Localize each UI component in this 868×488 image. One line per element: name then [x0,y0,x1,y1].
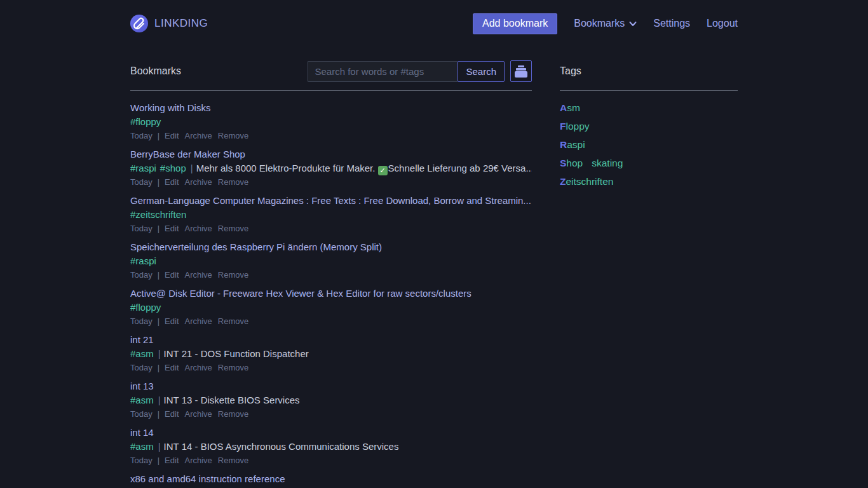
nav-settings[interactable]: Settings [653,18,690,29]
tag-rest: sm [567,102,580,113]
stamp-filter-icon [518,65,524,67]
remove-action[interactable]: Remove [218,363,248,372]
nav-logout[interactable]: Logout [707,18,738,29]
add-bookmark-button[interactable]: Add bookmark [473,13,557,34]
bookmark-item: int 14#asm|INT 14 - BIOS Asynchronous Co… [130,426,532,467]
bookmark-title-link[interactable]: Speicherverteilung des Raspberry Pi ände… [130,240,532,254]
search-form: Search [308,60,532,82]
tags-section-head: Tags [560,60,738,83]
bookmark-tag-link[interactable]: #floppy [130,302,161,313]
bookmark-tagline: #zeitschriften [130,208,532,222]
tag-group-row: Floppy [560,119,738,133]
bookmark-tagline: #asm|INT 13 - Diskette BIOS Services [130,393,532,407]
bookmark-title-link[interactable]: int 21 [130,333,532,347]
actions-separator: | [158,409,159,419]
tag-group-row: Asm [560,101,738,115]
nav-bookmarks-dropdown[interactable]: Bookmarks [574,18,637,29]
bookmarks-heading: Bookmarks [130,65,181,77]
archive-action[interactable]: Archive [185,270,212,280]
tag-link[interactable]: Shop [560,158,583,168]
bookmark-tag-link[interactable]: #asm [130,441,154,452]
bookmark-tag-link[interactable]: #raspi [130,255,156,266]
tag-group-row: Raspi [560,138,738,152]
bookmark-date: Today [130,363,153,372]
tag-link[interactable]: Floppy [560,121,590,132]
archive-action[interactable]: Archive [185,363,212,372]
archive-action[interactable]: Archive [185,409,212,419]
bookmark-tag-link[interactable]: #asm [130,395,154,405]
archive-action[interactable]: Archive [185,177,212,187]
remove-action[interactable]: Remove [218,270,248,280]
check-mark-emoji-icon: ✓ [378,166,388,175]
actions-separator: | [158,224,159,233]
bookmark-tag-link[interactable]: #asm [130,348,154,359]
bookmark-description: INT 13 - Diskette BIOS Services [164,395,300,405]
bookmark-title-link[interactable]: int 14 [130,426,532,440]
bookmark-title-link[interactable]: int 13 [130,379,532,393]
tag-link[interactable]: Zeitschriften [560,176,613,187]
tag-rest: hop [566,158,583,168]
edit-action[interactable]: Edit [165,316,179,326]
bookmark-date: Today [130,409,153,419]
edit-action[interactable]: Edit [165,224,179,233]
bookmark-list: Working with Disks#floppyToday|EditArchi… [130,101,532,488]
brand-link[interactable]: LINKDING [130,15,208,32]
tag-rest: loppy [566,121,589,132]
archive-action[interactable]: Archive [185,316,212,326]
bookmark-title-link[interactable]: Active@ Disk Editor - Freeware Hex Viewe… [130,287,532,301]
remove-action[interactable]: Remove [218,131,248,140]
tag-description-separator: | [191,163,193,173]
remove-action[interactable]: Remove [218,224,248,233]
bookmark-actions: Today|EditArchiveRemove [130,454,532,467]
brand-name: LINKDING [154,17,208,30]
tag-link[interactable]: Asm [560,102,580,113]
archive-action[interactable]: Archive [185,131,212,140]
bookmark-tagline: #asm|INT 14 - BIOS Asynchronous Communic… [130,440,532,454]
actions-separator: | [158,456,159,465]
search-options-button[interactable] [510,60,532,82]
archive-action[interactable]: Archive [185,224,212,233]
bookmark-tag-link[interactable]: #raspi [130,163,156,173]
bookmark-tag-link[interactable]: #shop [160,163,186,173]
bookmark-actions: Today|EditArchiveRemove [130,268,532,281]
bookmarks-section: Bookmarks Search Working with Disks#flop… [130,60,532,488]
edit-action[interactable]: Edit [165,270,179,280]
tags-section: Tags AsmFloppyRaspiShopskatingZeitschrif… [560,60,738,488]
search-button[interactable]: Search [458,61,505,82]
bookmark-description: Schnelle Lieferung ab 29€ Versa... [388,163,532,173]
bookmark-tag-link[interactable]: #zeitschriften [130,209,186,220]
bookmark-item: German-Language Computer Magazines : Fre… [130,194,532,235]
bookmark-actions: Today|EditArchiveRemove [130,407,532,421]
edit-action[interactable]: Edit [165,177,179,187]
bookmark-date: Today [130,456,153,465]
edit-action[interactable]: Edit [165,363,179,372]
edit-action[interactable]: Edit [165,456,179,465]
tag-link[interactable]: Raspi [560,139,585,150]
remove-action[interactable]: Remove [218,316,248,326]
bookmark-date: Today [130,270,153,280]
content: Bookmarks Search Working with Disks#flop… [130,60,738,488]
bookmark-title-link[interactable]: BerryBase der Maker Shop [130,147,532,161]
bookmark-item: x86 and amd64 instruction reference#asmT… [130,472,532,488]
remove-action[interactable]: Remove [218,409,248,419]
edit-action[interactable]: Edit [165,131,179,140]
bookmark-date: Today [130,224,153,233]
tag-rest: eitschriften [566,176,613,187]
bookmark-tagline: #floppy [130,115,532,129]
bookmark-item: int 13#asm|INT 13 - Diskette BIOS Servic… [130,379,532,421]
main-nav: Add bookmark Bookmarks Settings Logout [473,13,738,34]
remove-action[interactable]: Remove [218,456,248,465]
archive-action[interactable]: Archive [185,456,212,465]
bookmark-title-link[interactable]: German-Language Computer Magazines : Fre… [130,194,532,208]
search-input[interactable] [308,61,458,82]
edit-action[interactable]: Edit [165,409,179,419]
remove-action[interactable]: Remove [218,177,248,187]
tag-link[interactable]: skating [592,158,623,168]
tags-heading: Tags [560,65,581,77]
linkding-logo-icon [130,15,148,32]
bookmark-title-link[interactable]: Working with Disks [130,101,532,115]
actions-separator: | [158,131,159,140]
bookmark-tag-link[interactable]: #floppy [130,116,161,127]
chevron-down-icon [629,21,637,27]
bookmark-title-link[interactable]: x86 and amd64 instruction reference [130,472,532,486]
